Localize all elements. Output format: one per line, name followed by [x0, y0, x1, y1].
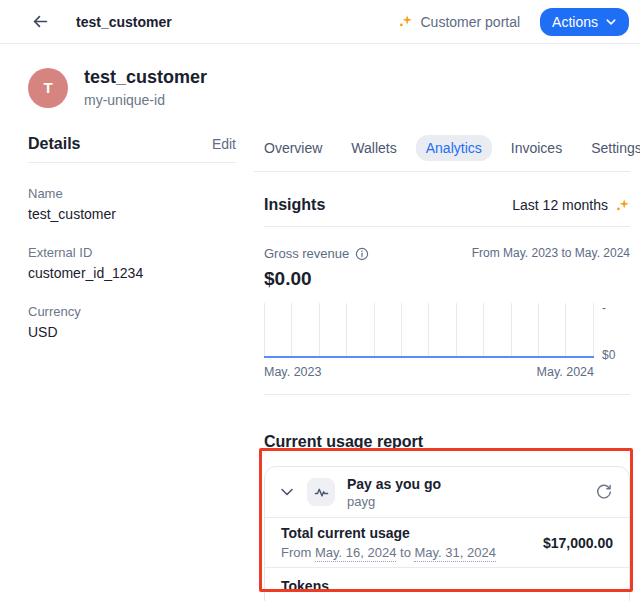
- details-title: Details: [28, 135, 80, 153]
- tab-wallets[interactable]: Wallets: [341, 135, 406, 161]
- usage-report-card: Pay as you go payg Total current usage F…: [264, 466, 630, 601]
- field-label: External ID: [28, 245, 236, 260]
- usage-plan-header[interactable]: Pay as you go payg: [265, 467, 629, 517]
- field-value: customer_id_1234: [28, 265, 236, 281]
- detail-field-name: Name test_customer: [28, 186, 236, 222]
- x-axis-tick-end: May. 2024: [537, 365, 594, 379]
- chart-line-series: [264, 356, 594, 358]
- field-label: Currency: [28, 304, 236, 319]
- tab-analytics[interactable]: Analytics: [416, 135, 492, 161]
- actions-label: Actions: [552, 14, 598, 30]
- refresh-icon[interactable]: [595, 483, 613, 501]
- period-start-date: May. 16, 2024: [315, 545, 396, 562]
- field-value: USD: [28, 324, 236, 340]
- x-axis-tick-start: May. 2023: [264, 365, 321, 379]
- total-current-usage-row: Total current usage From May. 16, 2024 t…: [265, 517, 629, 567]
- field-label: Name: [28, 186, 236, 201]
- tab-overview[interactable]: Overview: [254, 135, 332, 161]
- gross-revenue-label: Gross revenue: [264, 246, 349, 261]
- total-usage-amount: $17,000.00: [543, 535, 613, 551]
- customer-portal-link[interactable]: Customer portal: [398, 14, 520, 30]
- sparkle-icon: [398, 14, 413, 29]
- actions-button[interactable]: Actions: [540, 8, 629, 36]
- edit-details-button[interactable]: Edit: [212, 136, 236, 152]
- usage-report-title: Current usage report: [264, 433, 630, 451]
- total-usage-label: Total current usage: [281, 525, 496, 541]
- plan-code: payg: [347, 494, 441, 509]
- tab-bar: Overview Wallets Analytics Invoices Sett…: [254, 135, 630, 172]
- pulse-icon: [307, 478, 335, 506]
- customer-external-id: my-unique-id: [84, 92, 207, 108]
- details-panel: Details Edit Name test_customer External…: [28, 135, 236, 601]
- topbar-title: test_customer: [76, 14, 172, 30]
- arrow-left-icon: [32, 13, 49, 30]
- tab-invoices[interactable]: Invoices: [501, 135, 572, 161]
- gross-revenue-chart: - $0: [264, 303, 630, 358]
- tab-settings[interactable]: Settings: [581, 135, 640, 161]
- y-axis-tick-zero: $0: [602, 348, 630, 362]
- period-selector[interactable]: Last 12 months: [512, 197, 630, 213]
- chevron-down-icon[interactable]: [279, 484, 295, 500]
- detail-field-external-id: External ID customer_id_1234: [28, 245, 236, 281]
- insights-title: Insights: [264, 196, 325, 214]
- customer-portal-label: Customer portal: [420, 14, 520, 30]
- detail-field-currency: Currency USD: [28, 304, 236, 340]
- customer-header: T test_customer my-unique-id: [0, 44, 640, 135]
- chevron-down-icon: [605, 16, 617, 28]
- page-title: test_customer: [84, 67, 207, 88]
- chart-plot-area: [264, 303, 594, 358]
- info-icon[interactable]: [355, 247, 369, 261]
- plan-name: Pay as you go: [347, 476, 441, 492]
- divider: [264, 394, 630, 395]
- back-button[interactable]: [30, 12, 50, 32]
- y-axis-tick-max: -: [602, 303, 630, 313]
- topbar: test_customer Customer portal Actions: [0, 0, 640, 44]
- usage-item-label: Tokens: [281, 578, 366, 594]
- period-end-date: May. 31, 2024: [414, 545, 495, 562]
- gross-revenue-amount: $0.00: [264, 268, 630, 290]
- usage-item-row: Tokens openai_tokens: [265, 567, 629, 601]
- field-value: test_customer: [28, 206, 236, 222]
- total-usage-period: From May. 16, 2024 to May. 31, 2024: [281, 545, 496, 560]
- sparkle-icon: [615, 198, 630, 213]
- avatar: T: [28, 68, 68, 108]
- chart-date-range: From May. 2023 to May. 2024: [472, 246, 630, 260]
- period-label: Last 12 months: [512, 197, 608, 213]
